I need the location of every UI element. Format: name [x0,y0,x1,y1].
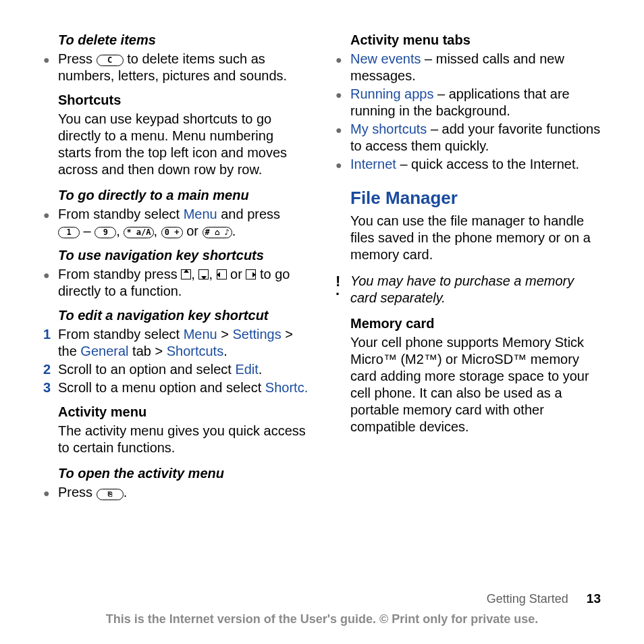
key-1-icon: 1 [58,227,80,238]
tab-item-running-apps: ● Running apps – applications that are r… [336,86,601,119]
text-fragment: From standby select [58,207,184,221]
step-number: 1 [43,326,58,360]
menu-link[interactable]: Menu [184,207,217,221]
tab-item-my-shortcuts: ● My shortcuts – add your favorite funct… [336,121,601,155]
memory-card-section: Memory card Your cell phone supports Mem… [336,316,601,435]
right-column: Activity menu tabs ● New events – missed… [336,32,601,509]
settings-link[interactable]: Settings [232,327,281,342]
edit-nav-step1: 1 From standby select Menu > Settings > … [43,326,308,360]
tab-text: My shortcuts – add your favorite functio… [350,121,601,155]
text-fragment: From standby press [58,267,181,281]
open-activity-bullet: ● Press ⎘. [43,484,308,501]
delete-items-heading: To delete items [58,32,308,48]
activity-menu-section: Activity menu The activity menu gives yo… [43,404,308,456]
exclamation-icon: !. [336,273,350,306]
bullet-marker: ● [336,86,350,119]
bullet-marker: ● [336,121,350,155]
footer-disclaimer: This is the Internet version of the User… [0,612,644,626]
key-9-icon: 9 [95,227,116,238]
nav-right-icon [246,269,256,279]
key-0-icon: 0 + [161,227,183,238]
text-fragment: . [223,344,227,358]
open-activity-section: To open the activity menu ● Press ⎘. [43,466,308,501]
left-column: To delete items ● Press C to delete item… [43,32,308,509]
nav-left-icon [217,269,227,279]
file-manager-para: You can use the file manager to handle f… [350,213,601,263]
key-star-icon: * a/A [124,227,153,238]
shortcuts-heading: Shortcuts [58,92,308,108]
tab-item-new-events: ● New events – missed calls and new mess… [336,51,601,84]
edit-link[interactable]: Edit [235,362,258,377]
delete-items-bullet: ● Press C to delete items such as number… [43,51,308,84]
text-fragment: Scroll to an option and select [58,362,235,377]
note-text: You may have to purchase a memory card s… [350,273,601,306]
memory-card-para: Your cell phone supports Memory Stick Mi… [350,334,601,435]
text-fragment: – quick access to the Internet. [396,157,579,171]
tab-text: Running apps – applications that are run… [350,86,601,119]
step3-text: Scroll to a menu option and select Short… [58,379,308,396]
page-number: 13 [587,591,601,606]
text-fragment: . [259,362,263,377]
step-number: 2 [43,361,58,378]
text-fragment: tab > [129,344,167,358]
bullet-marker: ● [336,51,350,84]
activity-tabs-heading: Activity menu tabs [350,32,601,48]
text-fragment: or [227,267,246,281]
step2-text: Scroll to an option and select Edit. [58,361,308,378]
file-manager-section: File Manager You can use the file manage… [336,188,601,263]
text-fragment: . [232,223,236,238]
text-fragment: , [209,267,216,281]
nav-down-icon [198,269,209,279]
running-apps-link[interactable]: Running apps [350,86,433,101]
tab-item-internet: ● Internet – quick access to the Interne… [336,156,601,173]
activity-menu-heading: Activity menu [58,404,308,420]
activity-key-icon: ⎘ [97,489,124,500]
bullet-marker: ● [43,484,58,501]
delete-items-section: To delete items ● Press C to delete item… [43,32,308,84]
tab-text: Internet – quick access to the Internet. [350,156,601,173]
text-fragment: , [154,223,161,238]
main-menu-section: To go directly to a main menu ● From sta… [43,188,308,240]
text-fragment: Scroll to a menu option and select [58,380,265,395]
bullet-marker: ● [43,266,58,300]
internet-link[interactable]: Internet [350,157,396,171]
delete-items-text: Press C to delete items such as numbers,… [58,51,308,84]
page-body: To delete items ● Press C to delete item… [0,0,644,536]
bullet-marker: ● [43,206,58,240]
shortcuts-section: Shortcuts You can use keypad shortcuts t… [43,92,308,178]
edit-nav-heading: To edit a navigation key shortcut [58,308,308,323]
activity-menu-para: The activity menu gives you quick access… [58,423,308,456]
nav-up-icon [181,269,191,279]
text-fragment: , [191,267,198,281]
text-fragment: Press [58,51,97,66]
text-fragment: . [124,485,128,500]
text-fragment: > [217,327,233,342]
my-shortcuts-link[interactable]: My shortcuts [350,122,427,136]
memory-card-note: !. You may have to purchase a memory car… [336,273,601,306]
file-manager-heading[interactable]: File Manager [350,188,601,209]
main-menu-bullet: ● From standby select Menu and press 1 –… [43,206,308,240]
memory-card-heading: Memory card [350,316,601,331]
shortcuts-link[interactable]: Shortcuts [167,344,223,358]
open-activity-heading: To open the activity menu [58,466,308,481]
main-menu-text: From standby select Menu and press 1 – 9… [58,206,308,240]
menu-link[interactable]: Menu [184,327,217,342]
shortc-link[interactable]: Shortc. [265,380,308,395]
edit-nav-section: To edit a navigation key shortcut 1 From… [43,308,308,396]
key-c-icon: C [97,55,124,66]
text-fragment: From standby select [58,327,184,342]
step1-text: From standby select Menu > Settings > th… [58,326,308,360]
edit-nav-step2: 2 Scroll to an option and select Edit. [43,361,308,378]
text-fragment: – [80,223,95,238]
page-number-line: Getting Started 13 [487,591,601,606]
open-activity-text: Press ⎘. [58,484,308,501]
text-fragment: and press [217,207,280,221]
tab-text: New events – missed calls and new messag… [350,51,601,84]
activity-tabs-section: Activity menu tabs ● New events – missed… [336,32,601,173]
new-events-link[interactable]: New events [350,51,421,66]
nav-shortcuts-heading: To use navigation key shortcuts [58,248,308,263]
text-fragment: Press [58,485,97,500]
general-link[interactable]: General [80,344,128,358]
edit-nav-step3: 3 Scroll to a menu option and select Sho… [43,379,308,396]
main-menu-heading: To go directly to a main menu [58,188,308,203]
